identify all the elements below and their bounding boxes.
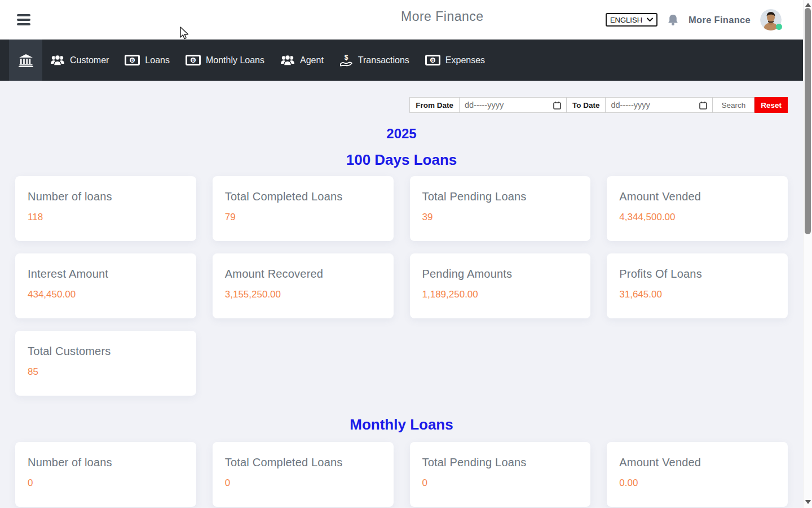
card-value: 4,344,500.00 xyxy=(619,212,775,223)
to-date-input[interactable]: dd-----yyyy xyxy=(606,97,713,113)
main-navbar: Customer 0 Loans 0 Monthly Loans xyxy=(0,40,803,81)
stat-card-monthly-total-completed-loans: Total Completed Loans 0 xyxy=(213,442,394,507)
card-value: 0.00 xyxy=(619,478,775,489)
user-name-label: More Finance xyxy=(689,15,751,25)
nav-item-label: Monthly Loans xyxy=(206,55,264,65)
svg-text:$: $ xyxy=(344,54,348,62)
nav-item-home[interactable] xyxy=(9,40,42,81)
stat-card-number-of-loans: Number of loans 118 xyxy=(15,176,196,241)
browser-viewport: More Finance ENGLISH More Finance xyxy=(0,0,803,508)
card-label: Amount Vended xyxy=(619,190,775,203)
online-status-dot xyxy=(776,24,782,30)
nav-item-label: Customer xyxy=(70,55,109,65)
svg-text:0: 0 xyxy=(131,58,134,63)
calendar-icon xyxy=(699,101,707,110)
card-label: Total Customers xyxy=(28,345,184,358)
scrollbar-down-arrow-icon[interactable] xyxy=(805,500,811,504)
to-date-label: To Date xyxy=(567,97,606,113)
card-value: 118 xyxy=(28,212,184,223)
header-right-controls: ENGLISH More Finance xyxy=(606,8,782,31)
monthly-cards-grid: Number of loans 0 Total Completed Loans … xyxy=(15,442,788,507)
card-value: 0 xyxy=(422,478,579,489)
card-value: 85 xyxy=(28,366,184,378)
stat-card-monthly-number-of-loans: Number of loans 0 xyxy=(15,442,196,507)
stat-card-interest-amount: Interest Amount 434,450.00 xyxy=(15,253,196,318)
date-placeholder: dd-----yyyy xyxy=(611,100,650,110)
stat-card-total-customers: Total Customers 85 xyxy=(15,331,196,396)
bank-icon xyxy=(19,54,33,67)
stat-card-amount-recovered: Amount Recovered 3,155,250.00 xyxy=(213,253,394,318)
stat-card-total-completed-loans: Total Completed Loans 79 xyxy=(213,176,394,241)
card-value: 31,645.00 xyxy=(619,289,775,300)
scrollbar-thumb[interactable] xyxy=(805,8,811,234)
date-filter-bar: From Date dd-----yyyy To Date dd-----yyy… xyxy=(15,97,788,113)
nav-item-label: Loans xyxy=(145,55,170,65)
card-label: Profits Of Loans xyxy=(619,268,775,281)
scrollbar-up-arrow-icon[interactable] xyxy=(805,3,811,7)
top-header: More Finance ENGLISH More Finance xyxy=(0,0,803,40)
chevron-down-icon xyxy=(647,17,653,22)
card-value: 0 xyxy=(225,478,381,489)
svg-text:0: 0 xyxy=(192,58,195,63)
stat-card-monthly-amount-vended: Amount Vended 0.00 xyxy=(607,442,788,507)
card-value: 79 xyxy=(225,212,381,223)
page-title: More Finance xyxy=(401,9,484,24)
language-select[interactable]: ENGLISH xyxy=(606,13,657,27)
card-label: Interest Amount xyxy=(28,268,184,281)
hundred-days-cards-grid: Number of loans 118 Total Completed Loan… xyxy=(15,176,788,396)
reset-button[interactable]: Reset xyxy=(754,97,788,113)
nav-item-loans[interactable]: 0 Loans xyxy=(117,40,178,81)
card-label: Total Pending Loans xyxy=(422,456,579,469)
card-label: Amount Recovered xyxy=(225,268,381,281)
stat-card-profits-of-loans: Profits Of Loans 31,645.00 xyxy=(607,253,788,318)
card-value: 1,189,250.00 xyxy=(422,289,579,300)
users-icon xyxy=(50,54,65,67)
nav-item-transactions[interactable]: $ Transactions xyxy=(332,40,417,81)
stat-card-total-pending-loans: Total Pending Loans 39 xyxy=(410,176,591,241)
from-date-input[interactable]: dd-----yyyy xyxy=(460,97,567,113)
card-label: Total Pending Loans xyxy=(422,190,579,203)
card-label: Number of loans xyxy=(28,456,184,469)
card-label: Number of loans xyxy=(28,190,184,203)
calendar-icon xyxy=(553,101,561,110)
nav-item-label: Expenses xyxy=(445,55,485,65)
nav-item-agent[interactable]: Agent xyxy=(272,40,332,81)
money-bill-icon: 0 xyxy=(186,55,201,65)
hundred-days-loans-heading: 100 Days Loans xyxy=(0,151,803,169)
hamburger-menu-icon[interactable] xyxy=(17,14,32,25)
nav-item-customer[interactable]: Customer xyxy=(42,40,117,81)
stat-card-monthly-total-pending-loans: Total Pending Loans 0 xyxy=(410,442,591,507)
hand-holding-dollar-icon: $ xyxy=(339,54,353,67)
card-value: 39 xyxy=(422,212,579,223)
nav-item-label: Agent xyxy=(300,55,324,65)
card-value: 434,450.00 xyxy=(28,289,184,300)
nav-item-label: Transactions xyxy=(358,55,409,65)
vertical-scrollbar[interactable] xyxy=(803,0,812,508)
card-label: Total Completed Loans xyxy=(225,456,381,469)
users-icon xyxy=(280,54,295,67)
card-label: Amount Vended xyxy=(619,456,775,469)
stat-card-amount-vended: Amount Vended 4,344,500.00 xyxy=(607,176,788,241)
card-label: Pending Amounts xyxy=(422,268,579,281)
from-date-label: From Date xyxy=(409,97,460,113)
language-select-value: ENGLISH xyxy=(610,16,642,24)
nav-item-monthly-loans[interactable]: 0 Monthly Loans xyxy=(178,40,272,81)
svg-text:0: 0 xyxy=(431,58,434,63)
money-bill-icon: 0 xyxy=(125,55,140,65)
money-bill-icon: 0 xyxy=(425,55,440,65)
user-avatar[interactable] xyxy=(760,9,782,30)
notification-bell-icon[interactable] xyxy=(667,14,679,27)
stat-card-pending-amounts: Pending Amounts 1,189,250.00 xyxy=(410,253,591,318)
search-button[interactable]: Search xyxy=(713,97,754,113)
card-label: Total Completed Loans xyxy=(225,190,381,203)
monthly-loans-heading: Monthly Loans xyxy=(0,416,803,433)
date-placeholder: dd-----yyyy xyxy=(465,100,504,110)
nav-item-expenses[interactable]: 0 Expenses xyxy=(417,40,493,81)
card-value: 0 xyxy=(28,478,184,489)
card-value: 3,155,250.00 xyxy=(225,289,381,300)
year-heading: 2025 xyxy=(0,126,803,142)
